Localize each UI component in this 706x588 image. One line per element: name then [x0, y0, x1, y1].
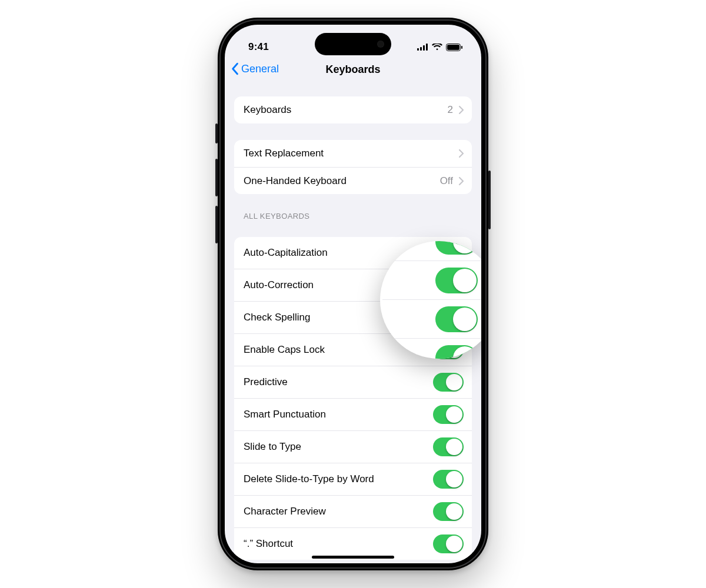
wifi-icon — [432, 44, 442, 51]
row-toggle[interactable]: Delete Slide-to-Type by Word — [234, 463, 472, 495]
volume-up-button — [215, 159, 218, 196]
svg-rect-2 — [423, 45, 425, 51]
switch-magnified[interactable] — [435, 306, 478, 332]
switch-magnified[interactable] — [435, 268, 478, 293]
row-label: Slide to Type — [244, 441, 301, 453]
switch-toggle[interactable] — [433, 502, 464, 521]
row-label: Smart Punctuation — [244, 409, 326, 420]
page-title: Keyboards — [325, 64, 380, 76]
svg-rect-5 — [447, 45, 459, 50]
row-label: Delete Slide-to-Type by Word — [244, 473, 374, 485]
footer-note: Double tapping the space bar will insert… — [234, 560, 472, 563]
row-toggle[interactable]: Predictive — [234, 366, 472, 398]
row-label: Check Spelling — [244, 312, 310, 323]
row-label: Auto-Correction — [244, 279, 314, 291]
switch-toggle[interactable] — [433, 405, 464, 424]
nav-bar: General Keyboards — [225, 59, 481, 88]
chevron-right-icon — [459, 106, 464, 114]
row-label: Text Replacement — [244, 148, 324, 159]
row-detail: Off — [440, 175, 453, 187]
row-text-replacement[interactable]: Text Replacement — [234, 140, 472, 167]
screen: 9:41 — [225, 25, 481, 563]
row-label: One-Handed Keyboard — [244, 175, 347, 187]
magnified-row — [382, 300, 481, 339]
status-time: 9:41 — [248, 41, 269, 53]
svg-rect-1 — [420, 47, 422, 51]
row-label: “.” Shortcut — [244, 538, 293, 550]
svg-rect-6 — [461, 46, 462, 49]
switch-toggle[interactable] — [433, 437, 464, 456]
ringer-switch — [215, 123, 218, 143]
battery-icon — [446, 44, 462, 51]
row-label: Auto-Capitalization — [244, 247, 328, 259]
group-keyboards: Keyboards 2 — [234, 96, 472, 123]
switch-toggle[interactable] — [433, 373, 464, 392]
group-text-options: Text Replacement One-Handed Keyboard Off — [234, 140, 472, 194]
chevron-left-icon — [231, 62, 239, 75]
home-indicator — [312, 556, 394, 559]
row-toggle[interactable]: “.” Shortcut — [234, 527, 472, 560]
magnified-row — [382, 261, 481, 300]
chevron-right-icon — [459, 177, 464, 185]
row-toggle[interactable]: Slide to Type — [234, 430, 472, 463]
cellular-icon — [417, 44, 428, 51]
phone-frame: 9:41 — [218, 18, 488, 570]
row-label: Enable Caps Lock — [244, 344, 325, 356]
row-toggle[interactable]: Smart Punctuation — [234, 398, 472, 430]
svg-rect-3 — [426, 44, 428, 51]
volume-down-button — [215, 206, 218, 243]
svg-rect-0 — [417, 48, 419, 51]
row-label: Character Preview — [244, 506, 326, 517]
back-label: General — [241, 63, 279, 75]
switch-toggle[interactable] — [433, 470, 464, 489]
status-icons — [417, 44, 462, 51]
row-detail: 2 — [448, 104, 453, 116]
section-header-all-keyboards: ALL KEYBOARDS — [244, 212, 472, 220]
chevron-right-icon — [459, 149, 464, 158]
row-one-handed-keyboard[interactable]: One-Handed Keyboard Off — [234, 167, 472, 194]
back-button[interactable]: General — [231, 62, 279, 75]
dynamic-island — [315, 33, 391, 55]
row-keyboards[interactable]: Keyboards 2 — [234, 96, 472, 123]
side-button — [488, 171, 491, 229]
row-label: Keyboards — [244, 104, 291, 116]
row-toggle[interactable]: Character Preview — [234, 495, 472, 527]
row-label: Predictive — [244, 376, 288, 388]
switch-toggle[interactable] — [433, 534, 464, 553]
